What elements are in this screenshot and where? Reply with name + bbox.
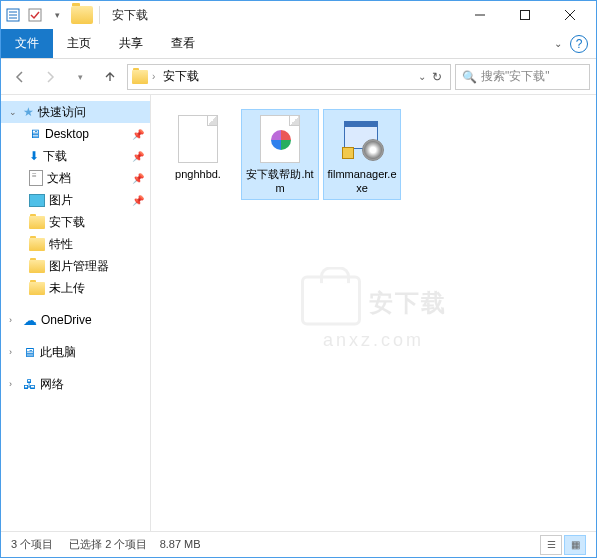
star-icon: ★ [23,105,34,119]
sidebar-item-label: 安下载 [49,214,85,231]
navbar: ▾ › 安下载 ⌄ ↻ 🔍 搜索"安下载" [1,59,596,95]
tab-view[interactable]: 查看 [157,29,209,58]
pin-icon: 📌 [132,151,144,162]
pictures-icon [29,194,45,207]
address-dropdown-icon[interactable]: ⌄ [418,71,426,82]
status-size: 8.87 MB [160,538,201,550]
sidebar-item-label: 特性 [49,236,73,253]
expand-icon[interactable]: › [9,379,19,389]
up-button[interactable] [97,64,123,90]
expand-icon[interactable]: › [9,315,19,325]
folder-icon [29,260,45,273]
file-item[interactable]: 安下载帮助.htm [241,109,319,200]
file-name: pnghhbd. [175,167,221,181]
search-placeholder: 搜索"安下载" [481,68,550,85]
downloads-icon: ⬇ [29,149,39,163]
expand-icon[interactable]: › [9,347,19,357]
folder-icon [29,238,45,251]
recent-dropdown-icon[interactable]: ▾ [67,64,93,90]
pin-icon: 📌 [132,129,144,140]
file-name: 安下载帮助.htm [245,167,315,196]
sidebar-item-props[interactable]: 特性 [1,233,150,255]
checkbox-icon[interactable] [27,7,43,23]
pin-icon: 📌 [132,195,144,206]
sidebar-item-label: 未上传 [49,280,85,297]
folder-icon [71,6,93,24]
sidebar-item-anxz[interactable]: 安下载 [1,211,150,233]
content-pane[interactable]: 安下载 anxz.com pnghhbd. [151,95,596,531]
sidebar-item-unupload[interactable]: 未上传 [1,277,150,299]
ribbon: 文件 主页 共享 查看 ⌄ ? [1,29,596,59]
sidebar-item-network[interactable]: › 🖧 网络 [1,373,150,395]
sidebar-item-label: 下载 [43,148,67,165]
sidebar-item-label: 图片管理器 [49,258,109,275]
statusbar: 3 个项目 已选择 2 个项目 8.87 MB ☰ ▦ [1,531,596,557]
breadcrumb[interactable]: 安下载 [159,68,203,85]
properties-icon[interactable] [5,7,21,23]
sidebar-item-pictures[interactable]: 图片 📌 [1,189,150,211]
view-icons-button[interactable]: ▦ [564,535,586,555]
status-selected-count: 已选择 2 个项目 [69,538,147,550]
file-blank-icon [173,113,223,165]
file-item[interactable]: pnghhbd. [159,109,237,200]
address-bar[interactable]: › 安下载 ⌄ ↻ [127,64,451,90]
sidebar-item-label: 网络 [40,376,64,393]
pin-icon: 📌 [132,173,144,184]
window-title: 安下载 [112,7,148,24]
desktop-icon: 🖥 [29,127,41,141]
refresh-button[interactable]: ↻ [428,70,446,84]
file-item[interactable]: filmmanager.exe [323,109,401,200]
view-details-button[interactable]: ☰ [540,535,562,555]
sidebar-item-documents[interactable]: 文档 📌 [1,167,150,189]
file-htm-icon [255,113,305,165]
ribbon-expand-icon[interactable]: ⌄ [554,38,562,49]
pc-icon: 🖥 [23,345,36,360]
watermark: 安下载 anxz.com [301,276,447,351]
cloud-icon: ☁ [23,312,37,328]
tab-home[interactable]: 主页 [53,29,105,58]
folder-icon [29,282,45,295]
sidebar-item-desktop[interactable]: 🖥 Desktop 📌 [1,123,150,145]
status-item-count: 3 个项目 [11,537,53,552]
search-input[interactable]: 🔍 搜索"安下载" [455,64,590,90]
close-button[interactable] [547,1,592,29]
sidebar-item-label: 此电脑 [40,344,76,361]
tab-file[interactable]: 文件 [1,29,53,58]
sidebar-item-label: 快速访问 [38,104,86,121]
svg-rect-4 [29,9,41,21]
sidebar-item-onedrive[interactable]: › ☁ OneDrive [1,309,150,331]
sidebar-item-downloads[interactable]: ⬇ 下载 📌 [1,145,150,167]
sidebar-item-label: Desktop [45,127,89,141]
sidebar-item-label: OneDrive [41,313,92,327]
search-icon: 🔍 [462,70,477,84]
sidebar-item-label: 文档 [47,170,71,187]
titlebar: ▾ 安下载 [1,1,596,29]
minimize-button[interactable] [457,1,502,29]
help-icon[interactable]: ? [570,35,588,53]
file-exe-icon [337,113,387,165]
titlebar-dropdown-icon[interactable]: ▾ [49,7,65,23]
file-grid: pnghhbd. 安下载帮助.htm filmmanager.exe [159,109,588,200]
maximize-button[interactable] [502,1,547,29]
network-icon: 🖧 [23,377,36,392]
sidebar: ⌄ ★ 快速访问 🖥 Desktop 📌 ⬇ 下载 📌 文档 📌 图 [1,95,151,531]
back-button[interactable] [7,64,33,90]
file-name: filmmanager.exe [327,167,397,196]
folder-icon [29,216,45,229]
explorer-window: ▾ 安下载 文件 主页 共享 查看 ⌄ ? ▾ › 安下载 ⌄ [0,0,597,558]
tab-share[interactable]: 共享 [105,29,157,58]
collapse-icon[interactable]: ⌄ [9,107,19,117]
forward-button[interactable] [37,64,63,90]
document-icon [29,170,43,186]
sidebar-item-picmgr[interactable]: 图片管理器 [1,255,150,277]
svg-rect-6 [520,11,529,20]
chevron-right-icon[interactable]: › [152,71,155,82]
sidebar-item-thispc[interactable]: › 🖥 此电脑 [1,341,150,363]
address-folder-icon [132,70,148,84]
sidebar-item-label: 图片 [49,192,73,209]
sidebar-item-quick-access[interactable]: ⌄ ★ 快速访问 [1,101,150,123]
